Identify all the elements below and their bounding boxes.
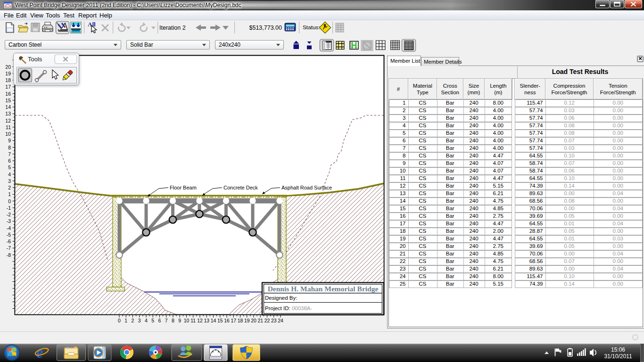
svg-text:4: 4 [145, 318, 148, 323]
svg-text:3: 3 [138, 318, 141, 323]
svg-text:20: 20 [251, 318, 256, 323]
svg-text:9: 9 [178, 318, 181, 323]
svg-text:Status:: Status: [303, 24, 320, 31]
svg-text:2: 2 [8, 185, 11, 190]
svg-text:8: 8 [172, 318, 174, 323]
svg-text:21: 21 [257, 318, 263, 323]
svg-text:Dennis H. Mahan Memorial Bridg: Dennis H. Mahan Memorial Bridge [268, 285, 379, 293]
svg-text:-8: -8 [7, 252, 11, 258]
svg-text:1: 1 [124, 318, 127, 323]
svg-text:15:06: 15:06 [611, 346, 625, 353]
svg-text:0: 0 [118, 318, 121, 323]
svg-text:-4: -4 [7, 225, 11, 231]
svg-text:23: 23 [271, 318, 277, 323]
svg-text:-5: -5 [7, 232, 11, 238]
svg-text:7: 7 [8, 151, 11, 157]
svg-text:-3: -3 [7, 218, 11, 224]
svg-text:15: 15 [5, 98, 11, 103]
svg-text:1: 1 [8, 191, 11, 197]
svg-text:10: 10 [5, 131, 11, 137]
svg-text:13: 13 [204, 318, 209, 323]
svg-text:17: 17 [5, 84, 11, 90]
svg-text:20: 20 [5, 64, 11, 70]
svg-text:4: 4 [8, 172, 11, 177]
svg-text:-7: -7 [7, 245, 11, 251]
svg-text:Concrete Deck: Concrete Deck [223, 185, 258, 190]
svg-text:3: 3 [8, 178, 11, 184]
svg-text:13: 13 [5, 111, 11, 116]
svg-text:6: 6 [8, 158, 11, 164]
svg-text:Iteration 2: Iteration 2 [159, 25, 186, 31]
svg-text:18: 18 [238, 318, 243, 323]
svg-text:Project ID: 00038A-: Project ID: 00038A- [265, 305, 313, 311]
svg-text:9: 9 [8, 138, 11, 143]
svg-text:17: 17 [231, 318, 236, 323]
svg-text:e: e [36, 344, 43, 361]
svg-text:-2: -2 [7, 212, 11, 217]
svg-text:12: 12 [197, 318, 203, 323]
svg-text:Designed By:: Designed By: [265, 295, 297, 301]
svg-text:-1: -1 [7, 205, 11, 211]
svg-text:Asphalt Road Surface: Asphalt Road Surface [281, 185, 332, 190]
svg-text:10: 10 [184, 318, 190, 323]
svg-text:5: 5 [151, 318, 154, 323]
svg-text:14: 14 [5, 104, 11, 110]
svg-text:0: 0 [8, 198, 11, 204]
svg-text:5: 5 [8, 165, 11, 170]
svg-text:11: 11 [190, 318, 196, 323]
svg-text:7: 7 [165, 318, 168, 323]
svg-text:31/10/2011: 31/10/2011 [604, 353, 632, 360]
svg-text:2: 2 [132, 318, 134, 323]
svg-text:16: 16 [5, 91, 11, 97]
svg-text:6: 6 [158, 318, 161, 323]
svg-text:16: 16 [224, 318, 230, 323]
svg-text:$513,773.00: $513,773.00 [249, 25, 282, 31]
svg-text:22: 22 [264, 318, 270, 323]
svg-text:-6: -6 [7, 239, 11, 244]
svg-text:Floor Beam: Floor Beam [170, 185, 197, 190]
svg-text:12: 12 [5, 118, 11, 123]
svg-text:14: 14 [211, 318, 216, 323]
svg-text:24: 24 [278, 318, 283, 323]
svg-text:19: 19 [5, 71, 11, 76]
svg-text:11: 11 [6, 124, 11, 130]
svg-text:15: 15 [217, 318, 223, 323]
svg-text:18: 18 [5, 77, 11, 83]
svg-text:8: 8 [8, 145, 11, 150]
svg-text:19: 19 [244, 318, 250, 323]
